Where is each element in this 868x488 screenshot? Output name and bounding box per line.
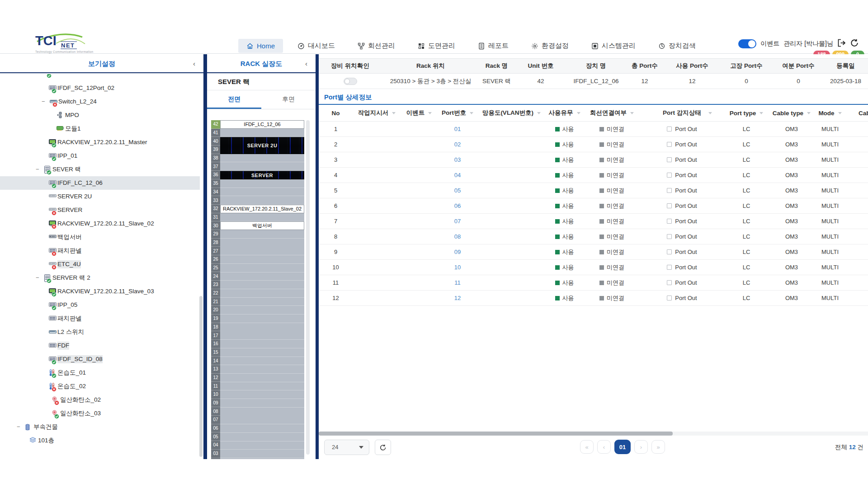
tree-item-SERVER 랙 2[interactable]: −SERVER 랙 2 [0, 271, 200, 285]
sort-caret-icon[interactable] [708, 112, 712, 114]
sort-caret-icon[interactable] [807, 112, 811, 114]
tree-item-온습도_02[interactable]: 온습도_02 [0, 380, 200, 393]
device-location-toggle[interactable] [344, 78, 357, 85]
tree-item-IFDF_SC_ID_08[interactable]: IFDF_SC_ID_08 [0, 352, 200, 366]
port-detect-checkbox[interactable] [667, 219, 672, 224]
port-table-row[interactable]: 1010사용미연결Port OutLCOM3MULTI [319, 260, 868, 275]
port-col-회선연결여부[interactable]: 회선연결여부 [584, 105, 640, 121]
port-detect-checkbox[interactable] [667, 249, 672, 254]
port-table-row[interactable]: 909사용미연결Port OutLCOM3MULTI [319, 244, 868, 260]
port-col-작업지시서[interactable]: 작업지시서 [353, 105, 401, 121]
port-number-link[interactable]: 01 [454, 126, 461, 132]
tree-item-패치판넬[interactable]: 패치판넬 [0, 312, 200, 325]
tree-expander-icon[interactable]: − [17, 423, 20, 430]
tree-item-온습도_01[interactable]: 온습도_01 [0, 366, 200, 380]
tree-item-IFDF_LC_12_06[interactable]: IFDF_LC_12_06 [0, 176, 200, 190]
pagination-prev-button[interactable]: ‹ [597, 440, 611, 454]
port-detect-checkbox[interactable] [667, 203, 672, 208]
tree-item-RACKVIEW_172.20.2.11_Slave_02[interactable]: RACKVIEW_172.20.2.11_Slave_02 [0, 217, 200, 230]
tree-expander-icon[interactable]: − [36, 274, 39, 281]
nav-item-line-mgmt[interactable]: 회선관리 [349, 38, 403, 53]
port-number-link[interactable]: 04 [454, 172, 461, 178]
port-number-link[interactable]: 03 [454, 156, 461, 163]
port-number-link[interactable]: 06 [454, 202, 461, 209]
refresh-icon[interactable] [850, 39, 859, 48]
port-table-row[interactable]: 303사용미연결Port OutLCOM3MULTI [319, 152, 868, 168]
port-detect-checkbox[interactable] [667, 280, 672, 285]
port-number-link[interactable]: 12 [454, 295, 461, 301]
port-detect-checkbox[interactable] [667, 142, 672, 147]
tree-item-MPO[interactable]: MPO [0, 108, 200, 122]
tree-item-SERVER[interactable]: SERVER [0, 203, 200, 217]
port-detect-checkbox[interactable] [667, 265, 672, 270]
pagination-next-button[interactable]: › [634, 440, 648, 454]
port-detect-checkbox[interactable] [667, 173, 672, 178]
tree-item-RACKVIEW_172.20.2.11_Master[interactable]: RACKVIEW_172.20.2.11_Master [0, 136, 200, 149]
rack-item-IFDF_LC_12_06[interactable]: IFDF_LC_12_06 [220, 120, 304, 129]
collapse-left-panel-icon[interactable]: ‹ [193, 54, 195, 73]
tree-item-일산화탄소_03[interactable]: 일산화탄소_03 [0, 407, 200, 420]
sort-caret-icon[interactable] [838, 112, 842, 114]
port-detect-checkbox[interactable] [667, 127, 672, 131]
tree-item-부속건물[interactable]: −부속건물 [0, 420, 200, 434]
nav-item-home[interactable]: Home [238, 39, 283, 53]
rack-item-SERVER[interactable]: SERVER [220, 171, 304, 179]
port-table-row[interactable]: 505사용미연결Port OutLCOM3MULTI [319, 183, 868, 198]
table-refresh-button[interactable] [375, 440, 391, 455]
sort-caret-icon[interactable] [428, 112, 432, 114]
tree-item-101층[interactable]: 101층 [0, 434, 200, 447]
port-table-row[interactable]: 808사용미연결Port OutLCOM3MULTI [319, 229, 868, 244]
tree-scrollbar[interactable] [199, 296, 203, 457]
rack-item-백업서버[interactable]: 백업서버 [220, 221, 304, 230]
port-table-row[interactable]: 606사용미연결Port OutLCOM3MULTI [319, 198, 868, 214]
port-table-row[interactable]: 1111사용미연결Port OutLCOM3MULTI [319, 275, 868, 291]
port-table-row[interactable]: 1212사용미연결Port OutLCOM3MULTI [319, 291, 868, 306]
port-table-row[interactable]: 404사용미연결Port OutLCOM3MULTI [319, 168, 868, 183]
port-table-row[interactable]: 202사용미연결Port OutLCOM3MULTI [319, 137, 868, 152]
tree-item-IPP_01[interactable]: IPP_01 [0, 149, 200, 163]
tree-item-SERVER 2U[interactable]: SERVER 2U [0, 190, 200, 203]
sort-caret-icon[interactable] [577, 112, 580, 114]
port-number-link[interactable]: 08 [454, 233, 461, 240]
nav-item-drawing-mgmt[interactable]: 도면관리 [410, 38, 463, 53]
port-number-link[interactable]: 02 [454, 141, 461, 148]
pagination-last-button[interactable]: » [651, 440, 665, 454]
port-detect-checkbox[interactable] [667, 296, 672, 300]
port-col-망용도(VLAN번호)[interactable]: 망용도(VLAN번호) [478, 105, 545, 121]
port-detect-checkbox[interactable] [667, 234, 672, 239]
tree-item-Switch_L2_24[interactable]: −Switch_L2_24 [0, 95, 200, 108]
port-col-Mode[interactable]: Mode [814, 105, 846, 121]
nav-item-report[interactable]: 레포트 [470, 38, 517, 53]
tab-front[interactable]: 전면 [207, 90, 261, 109]
port-number-link[interactable]: 05 [454, 187, 461, 194]
port-col-사용유무[interactable]: 사용유무 [545, 105, 584, 121]
sort-caret-icon[interactable] [630, 112, 634, 114]
port-col-Port type[interactable]: Port type [724, 105, 769, 121]
port-col-Port 감지상태[interactable]: Port 감지상태 [640, 105, 724, 121]
port-col-이벤트[interactable]: 이벤트 [401, 105, 437, 121]
port-table-row[interactable]: 707사용미연결Port OutLCOM3MULTI [319, 214, 868, 229]
tree-item-ETC_4U[interactable]: ETC_4U [0, 258, 200, 271]
port-number-link[interactable]: 07 [454, 218, 461, 225]
tree-item-L2 스위치[interactable]: L2 스위치 [0, 325, 200, 339]
port-number-link[interactable]: 09 [454, 249, 461, 255]
nav-item-device-search[interactable]: 장치검색 [650, 38, 704, 53]
pagination-first-button[interactable]: « [580, 440, 594, 454]
tree-item-FDF[interactable]: FDF [0, 339, 200, 352]
port-col-Port번호[interactable]: Port번호 [437, 105, 478, 121]
tree-item-패치판넬[interactable]: 패치판넬 [0, 244, 200, 258]
rack-scrollbar[interactable] [306, 120, 310, 455]
rack-item-SERVER 2U[interactable]: SERVER 2U [220, 137, 304, 154]
logout-icon[interactable] [837, 39, 846, 48]
port-number-link[interactable]: 11 [454, 279, 461, 286]
rack-item-RACKVIEW_172.20.2.11_Slave_02[interactable]: RACKVIEW_172.20.2.11_Slave_02 [220, 205, 304, 213]
tree-item-백업서버[interactable]: 백업서버 [0, 230, 200, 244]
event-toggle[interactable] [738, 39, 756, 48]
tree-item-IPP_05[interactable]: IPP_05 [0, 298, 200, 312]
port-number-link[interactable]: 10 [454, 264, 461, 271]
sort-caret-icon[interactable] [537, 112, 541, 114]
sort-caret-icon[interactable] [760, 112, 763, 114]
port-detect-checkbox[interactable] [667, 188, 672, 193]
tree-item-모듈1[interactable]: 모듈1 [0, 122, 200, 136]
nav-item-dashboard[interactable]: 대시보드 [289, 38, 343, 53]
